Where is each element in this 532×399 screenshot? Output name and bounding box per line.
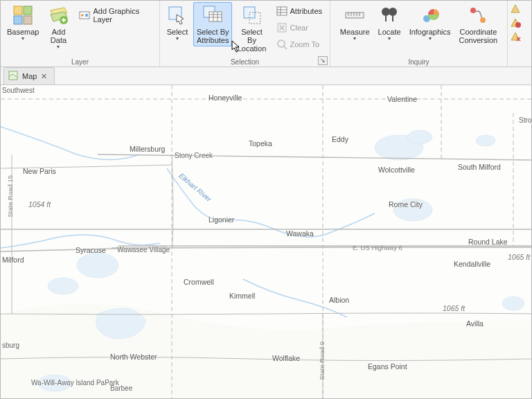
- svg-point-44: [77, 253, 118, 278]
- label-newparis: New Paris: [23, 167, 56, 175]
- svg-rect-1: [24, 6, 32, 15]
- label-stro: Stro: [519, 116, 531, 124]
- select-icon: [166, 4, 188, 26]
- label-wolflake: Wolflake: [272, 354, 300, 362]
- label-sburg: sburg: [2, 342, 19, 349]
- label-stateroad9: State Road 9: [318, 342, 326, 380]
- label-avilla: Avilla: [466, 319, 484, 328]
- label-roundlake: Round Lake: [468, 238, 508, 246]
- label-ligonier: Ligonier: [209, 215, 234, 224]
- ribbon-side-icons: [508, 1, 523, 66]
- select-by-attributes-button[interactable]: Select By Attributes: [193, 2, 232, 46]
- add-graphics-layer-label: Add Graphics Layer: [93, 7, 152, 24]
- svg-point-46: [407, 130, 432, 144]
- svg-rect-34: [387, 10, 391, 13]
- label-millersburg: Millersburg: [130, 145, 165, 153]
- infographics-button[interactable]: Infographics ▾: [406, 2, 454, 44]
- svg-point-47: [476, 135, 495, 146]
- select-by-attributes-icon: [202, 4, 224, 26]
- clear-icon: [276, 22, 287, 33]
- label-honeyville: Honeyville: [209, 94, 242, 102]
- locate-icon: [378, 4, 400, 26]
- side-icon-2[interactable]: [509, 16, 522, 28]
- attributes-label: Attributes: [290, 7, 322, 15]
- label-ehighway: E. US Highway 6: [353, 244, 402, 251]
- select-by-attributes-label: Select By Attributes: [197, 28, 229, 44]
- svg-rect-19: [277, 7, 287, 15]
- ribbon-group-layer: Basemap ▾ Add Data ▾ Add Graphics Layer: [1, 1, 160, 66]
- coordinate-conversion-button[interactable]: Coordinate Conversion: [456, 2, 502, 46]
- locate-button[interactable]: Locate ▾: [375, 2, 405, 44]
- label-cromwell: Cromwell: [184, 278, 214, 286]
- label-syracuse: Syracuse: [76, 246, 106, 254]
- label-stateroad15: State Road 15: [6, 175, 14, 218]
- svg-point-43: [48, 278, 78, 294]
- label-elev1065b: 1065 ft: [443, 304, 465, 312]
- svg-rect-3: [24, 16, 32, 24]
- clear-label: Clear: [290, 24, 308, 32]
- zoom-to-label: Zoom To: [290, 40, 320, 48]
- clear-button[interactable]: Clear: [273, 20, 326, 35]
- map-tab[interactable]: Map ✕: [3, 67, 55, 85]
- add-data-label: Add Data: [51, 28, 66, 44]
- measure-button[interactable]: Measure ▾: [337, 2, 373, 44]
- label-eganspoint: Egans Point: [368, 362, 407, 371]
- map-tab-label: Map: [22, 72, 37, 80]
- label-wawaseevillage: Wawasee Village: [117, 246, 170, 254]
- map-tab-icon: [8, 71, 18, 82]
- label-valentine: Valentine: [387, 95, 417, 103]
- map-tab-close[interactable]: ✕: [41, 72, 47, 81]
- add-data-icon: [47, 4, 69, 26]
- label-kimmell: Kimmell: [229, 292, 255, 300]
- svg-point-40: [515, 22, 521, 28]
- measure-icon: [344, 4, 366, 26]
- select-by-location-button[interactable]: Select By Location: [233, 2, 269, 55]
- svg-point-38: [470, 8, 476, 13]
- label-kendallville: Kendallville: [454, 260, 490, 268]
- label-topeka: Topeka: [249, 139, 272, 148]
- coordinate-conversion-icon: [467, 4, 489, 26]
- svg-rect-9: [85, 14, 88, 17]
- svg-point-24: [278, 40, 285, 47]
- add-data-button[interactable]: Add Data ▾: [44, 2, 73, 53]
- label-elev1054: 1054 ft: [28, 200, 51, 209]
- infographics-icon: [419, 4, 441, 26]
- svg-point-8: [81, 14, 84, 17]
- label-romecity: Rome City: [389, 200, 423, 209]
- map-svg: [1, 85, 531, 399]
- svg-point-39: [480, 17, 486, 23]
- zoom-to-button[interactable]: Zoom To: [273, 37, 326, 52]
- graphics-layer-icon: [79, 10, 90, 21]
- basemap-button[interactable]: Basemap ▾: [3, 2, 42, 44]
- svg-point-49: [502, 296, 524, 310]
- label-southmilford: South Milford: [458, 163, 501, 171]
- svg-rect-2: [14, 16, 22, 24]
- label-wolcottville: Wolcottville: [378, 166, 415, 174]
- coordinate-conversion-label: Coordinate Conversion: [459, 28, 498, 44]
- svg-line-25: [284, 46, 287, 49]
- selection-dialog-launcher[interactable]: ↘: [318, 56, 328, 65]
- layer-group-label: Layer: [71, 57, 89, 66]
- label-barbee: Barbee: [110, 384, 132, 392]
- zoom-to-icon: [276, 39, 287, 50]
- select-by-location-icon: [241, 4, 263, 26]
- side-icon-3[interactable]: [509, 30, 522, 42]
- ribbon-group-selection: Select ▾ Select By Attributes Select By …: [160, 1, 330, 66]
- label-eddy: Eddy: [332, 135, 348, 143]
- add-graphics-layer-button[interactable]: Add Graphics Layer: [76, 5, 155, 26]
- inquiry-group-label: Inquiry: [408, 57, 429, 66]
- label-stonycreek: Stony Creek: [175, 152, 213, 159]
- attributes-button[interactable]: Attributes: [273, 3, 326, 19]
- label-northwebster: North Webster: [110, 353, 157, 361]
- svg-rect-12: [209, 12, 222, 21]
- basemap-icon: [12, 4, 34, 26]
- map-view[interactable]: Southwest Honeyville Valentine Stro Mill…: [1, 85, 531, 399]
- select-button[interactable]: Select ▾: [163, 2, 192, 44]
- side-icon-1[interactable]: [509, 2, 522, 15]
- select-by-location-label: Select By Location: [237, 28, 266, 53]
- view-tabstrip: Map ✕: [1, 67, 531, 85]
- ribbon-toolbar: Basemap ▾ Add Data ▾ Add Graphics Layer: [1, 1, 531, 67]
- svg-rect-0: [14, 6, 22, 15]
- attributes-icon: [276, 6, 287, 17]
- label-wawaka: Wawaka: [286, 229, 314, 238]
